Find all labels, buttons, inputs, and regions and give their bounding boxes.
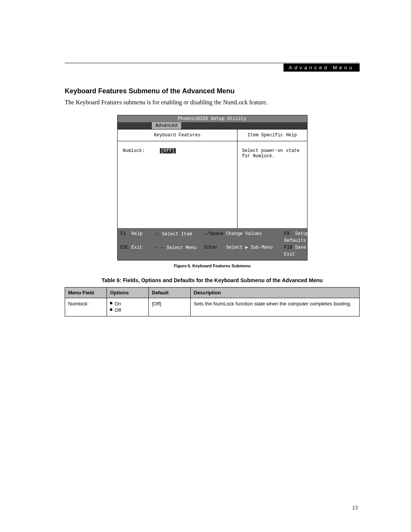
- th-description: Description: [191, 287, 360, 298]
- footer-f9: F9 Setup Defaults: [284, 230, 330, 244]
- bios-left-body: Numlock: [Off]: [118, 141, 237, 228]
- option-on: On: [115, 300, 121, 307]
- footer-f10: F10 Save and Exit: [284, 244, 330, 258]
- table-header-row: Menu Field Options Default Description: [65, 287, 360, 298]
- bios-footer: F1 Help ↑↓ Select Item -/Space Change Va…: [118, 228, 307, 260]
- setting-value-numlock[interactable]: [Off]: [160, 148, 176, 153]
- table-row: Numlock: On Off [Off] Sets the NumLock f…: [65, 298, 360, 316]
- bullet-icon: [110, 308, 112, 311]
- page-number: 13: [352, 505, 358, 511]
- bullet-icon: [110, 302, 112, 304]
- help-line-2: for Numlock.: [242, 153, 303, 159]
- help-line-1: Select power-on state: [242, 148, 303, 153]
- cell-options: On Off: [107, 298, 149, 316]
- cell-field: Numlock:: [65, 298, 107, 316]
- header-menu-badge: Advanced Menu: [284, 64, 360, 72]
- footer-esc: ESC Exit: [121, 244, 155, 258]
- footer-change-values: -/Space Change Values: [204, 230, 284, 244]
- figure-caption: Figure 6. Keyboard Features Submenu: [65, 264, 360, 268]
- section-title: Keyboard Features Submenu of the Advance…: [65, 87, 360, 95]
- tab-advanced[interactable]: Advanced: [152, 122, 182, 129]
- option-off: Off: [115, 307, 121, 314]
- cell-description: Sets the NumLock function state when the…: [191, 298, 360, 316]
- table-caption: Table 6: Fields, Options and Defaults fo…: [65, 277, 360, 283]
- bios-left-pane: Keyboard Features Numlock: [Off]: [118, 129, 237, 228]
- setting-label-numlock: Numlock:: [123, 148, 157, 153]
- bios-main-area: Keyboard Features Numlock: [Off] Item Sp…: [118, 129, 307, 228]
- footer-select-sub: Enter Select ▶ Sub-Menu: [204, 244, 284, 258]
- options-table: Menu Field Options Default Description N…: [65, 287, 360, 316]
- bios-help-body: Select power-on state for Numlock.: [237, 141, 307, 228]
- bios-title-bar: PhoenixBIOS Setup Utility: [118, 115, 307, 122]
- bios-right-heading: Item Specific Help: [237, 129, 307, 141]
- footer-select-menu: ←→ Select Menu: [155, 244, 204, 258]
- cell-default: [Off]: [149, 298, 191, 316]
- bios-right-pane: Item Specific Help Select power-on state…: [237, 129, 307, 228]
- bios-window: PhoenixBIOS Setup Utility Advanced Keybo…: [117, 115, 307, 260]
- document-page: Advanced Menu Keyboard Features Submenu …: [0, 0, 411, 532]
- bios-left-heading: Keyboard Features: [118, 129, 237, 141]
- footer-select-item: ↑↓ Select Item: [155, 230, 204, 244]
- th-field: Menu Field: [65, 287, 107, 298]
- footer-f1: F1 Help: [121, 230, 155, 244]
- section-body: The Keyboard Features submenu is for ena…: [65, 98, 360, 107]
- th-options: Options: [107, 287, 149, 298]
- header-rule: [65, 63, 360, 63]
- bios-tab-strip: Advanced: [118, 122, 307, 129]
- th-default: Default: [149, 287, 191, 298]
